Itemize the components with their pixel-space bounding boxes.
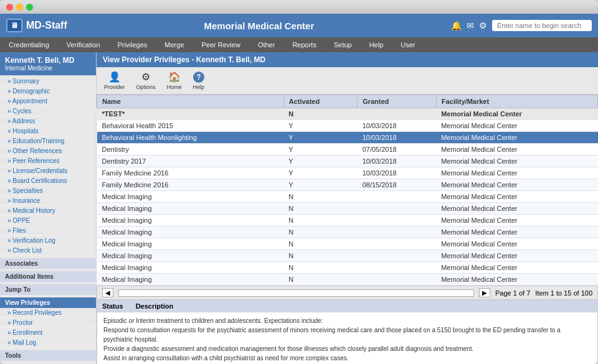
prev-page-button[interactable]: ◀ — [102, 288, 113, 297]
table-row-selected[interactable]: Behavioral Health Moonlighting Y 10/03/2… — [97, 132, 598, 144]
cell-name: Family Medicine 2016 — [97, 179, 284, 191]
sidebar-item-proctor[interactable]: » Proctor — [0, 318, 96, 328]
table-row[interactable]: Family Medicine 2016 Y 10/03/2018 Memori… — [97, 167, 598, 179]
content-area: View Provider Privileges - Kenneth T. Be… — [97, 52, 598, 364]
sidebar-item-demographic[interactable]: » Demographic — [0, 86, 96, 96]
toolbar-options-btn[interactable]: ⚙ Options — [134, 70, 158, 91]
cell-activated: N — [283, 238, 357, 250]
table-row[interactable]: Medical Imaging N Memorial Medical Cente… — [97, 274, 598, 286]
cell-name: Dentistry 2017 — [97, 156, 284, 167]
table-row[interactable]: Medical Imaging N Memorial Medical Cente… — [97, 203, 598, 215]
cell-activated: N — [283, 215, 357, 226]
nav-credentialing[interactable]: Credentialing — [0, 37, 58, 52]
cell-granted — [358, 203, 437, 215]
table-row[interactable]: *TEST* N Memorial Medical Center — [97, 108, 598, 120]
toolbar-home-btn[interactable]: 🏠 Home — [164, 70, 184, 91]
table-row[interactable]: Medical Imaging N Memorial Medical Cente… — [97, 238, 598, 250]
sidebar-item-check-list[interactable]: » Check List — [0, 246, 96, 256]
table-row[interactable]: Dentistry 2017 Y 10/03/2018 Memorial Med… — [97, 156, 598, 167]
nav-merge[interactable]: Merge — [156, 37, 192, 52]
cell-granted: 10/03/2018 — [358, 120, 437, 132]
sidebar-item-board-certs[interactable]: » Board Certifications — [0, 176, 96, 186]
logo-icon: 🖥 — [6, 19, 22, 32]
window-buttons — [6, 4, 33, 11]
logo-text: MD-Staff — [26, 20, 67, 31]
settings-icon[interactable]: ⚙ — [479, 21, 487, 30]
sidebar-group-associates: Associates — [0, 258, 96, 269]
nav-user[interactable]: User — [392, 37, 424, 52]
sidebar-item-files[interactable]: » Files — [0, 226, 96, 236]
sidebar-item-enrollment[interactable]: » Enrollment — [0, 328, 96, 338]
sidebar-item-specialties[interactable]: » Specialties — [0, 186, 96, 196]
nav-peer-review[interactable]: Peer Review — [193, 37, 249, 52]
sidebar-item-record-privileges[interactable]: » Record Privileges — [0, 308, 96, 318]
nav-bar: Credentialing Verification Privileges Me… — [0, 37, 598, 52]
table-row[interactable]: Medical Imaging N Memorial Medical Cente… — [97, 215, 598, 226]
nav-help[interactable]: Help — [361, 37, 392, 52]
nav-verification[interactable]: Verification — [58, 37, 109, 52]
sidebar-item-peer-references[interactable]: » Peer References — [0, 156, 96, 166]
cell-activated: Y — [283, 156, 357, 167]
minimize-button[interactable] — [16, 4, 23, 11]
desc-line-1: Respond to consultation requests for the… — [103, 325, 591, 344]
sidebar-item-other-references[interactable]: » Other References — [0, 146, 96, 156]
cell-activated: N — [283, 250, 357, 262]
cell-facility: Memorial Medical Center — [436, 156, 597, 167]
table-row[interactable]: Behavioral Health 2015 Y 10/03/2018 Memo… — [97, 120, 598, 132]
cell-facility: Memorial Medical Center — [436, 215, 597, 226]
sidebar-item-education[interactable]: » Education/Training — [0, 136, 96, 146]
cell-granted — [358, 215, 437, 226]
next-page-button[interactable]: ▶ — [479, 288, 490, 297]
sidebar-item-cycles[interactable]: » Cycles — [0, 106, 96, 116]
cell-facility: Memorial Medical Center — [436, 144, 597, 156]
sidebar-item-address[interactable]: » Address — [0, 116, 96, 126]
nav-privileges[interactable]: Privileges — [109, 37, 156, 52]
cell-name: Dentistry — [97, 144, 284, 156]
toolbar-provider-btn[interactable]: 👤 Provider — [102, 70, 128, 91]
cell-name: Medical Imaging — [97, 203, 284, 215]
sidebar-item-license[interactable]: » License/Credentials — [0, 166, 96, 176]
table-row[interactable]: Family Medicine 2016 Y 08/15/2018 Memori… — [97, 179, 598, 191]
cell-activated: N — [283, 191, 357, 203]
table-row[interactable]: Medical Imaging N Memorial Medical Cente… — [97, 250, 598, 262]
table-row[interactable]: Dentistry Y 07/05/2018 Memorial Medical … — [97, 144, 598, 156]
sidebar-item-insurance[interactable]: » Insurance — [0, 196, 96, 206]
close-button[interactable] — [6, 4, 13, 11]
col-facility: Facility/Market — [436, 95, 597, 108]
search-input[interactable] — [492, 20, 592, 31]
envelope-icon[interactable]: ✉ — [467, 21, 474, 30]
provider-header: Kenneth T. Bell, MD Internal Medicine — [0, 52, 96, 75]
cell-facility: Memorial Medical Center — [436, 274, 597, 286]
sidebar-item-mail-log[interactable]: » Mail Log — [0, 338, 96, 348]
sidebar-item-appointment[interactable]: » Appointment — [0, 96, 96, 106]
table-row[interactable]: Medical Imaging N Memorial Medical Cente… — [97, 226, 598, 238]
page-scrollbar[interactable] — [118, 289, 474, 297]
sidebar-item-oppe[interactable]: » OPPE — [0, 216, 96, 226]
toolbar-home-label: Home — [167, 84, 182, 90]
sidebar-view-privileges: View Privileges — [0, 297, 96, 308]
nav-setup[interactable]: Setup — [325, 37, 361, 52]
sidebar-item-summary[interactable]: » Summary — [0, 77, 96, 86]
detail-header: Status Description — [97, 301, 597, 312]
cell-activated: Y — [283, 167, 357, 179]
sidebar-item-verification-log[interactable]: » Verification Log — [0, 236, 96, 246]
page-label: Page 1 of 7 — [495, 289, 530, 297]
cell-name: Medical Imaging — [97, 274, 284, 286]
nav-other[interactable]: Other — [249, 37, 284, 52]
app-logo: 🖥 MD-Staff — [6, 19, 67, 32]
toolbar-help-btn[interactable]: ? Help — [191, 70, 207, 91]
table-row[interactable]: Medical Imaging N Memorial Medical Cente… — [97, 191, 598, 203]
notification-icon[interactable]: 🔔 — [451, 21, 462, 30]
privileges-table: Name Activated Granted Facility/Market *… — [97, 95, 598, 286]
cell-granted — [358, 250, 437, 262]
sidebar-item-hospitals[interactable]: » Hospitals — [0, 126, 96, 136]
nav-reports[interactable]: Reports — [283, 37, 325, 52]
cell-name: Family Medicine 2016 — [97, 167, 284, 179]
desc-line-2: Provide a diagnostic assessment and medi… — [103, 344, 591, 353]
table-row[interactable]: Medical Imaging N Memorial Medical Cente… — [97, 262, 598, 274]
cell-name: Medical Imaging — [97, 215, 284, 226]
provider-icon: 👤 — [108, 71, 121, 83]
cell-activated: N — [283, 108, 357, 120]
maximize-button[interactable] — [26, 4, 33, 11]
sidebar-item-medical-history[interactable]: » Medical History — [0, 206, 96, 216]
